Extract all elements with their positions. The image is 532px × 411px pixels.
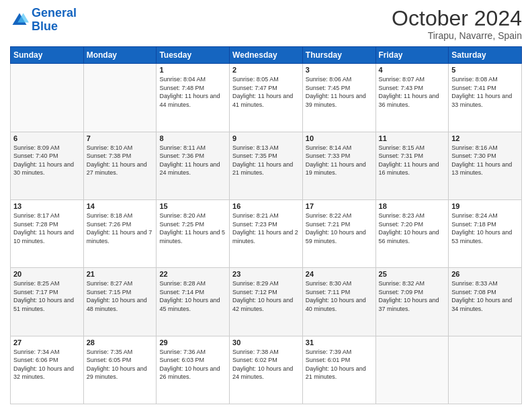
day-number: 16 [232, 202, 300, 210]
calendar-week-2: 13Sunrise: 8:17 AM Sunset: 7:28 PM Dayli… [11, 199, 522, 267]
calendar-cell: 26Sunrise: 8:33 AM Sunset: 7:08 PM Dayli… [449, 268, 522, 336]
logo-text: General Blue [32, 7, 77, 34]
day-info: Sunrise: 7:36 AM Sunset: 6:03 PM Dayligh… [159, 348, 226, 381]
day-number: 3 [306, 66, 373, 74]
calendar-cell: 6Sunrise: 8:09 AM Sunset: 7:40 PM Daylig… [11, 132, 84, 199]
day-info: Sunrise: 8:20 AM Sunset: 7:25 PM Dayligh… [159, 212, 226, 245]
calendar-cell: 7Sunrise: 8:10 AM Sunset: 7:38 PM Daylig… [83, 132, 157, 199]
calendar-cell: 15Sunrise: 8:20 AM Sunset: 7:25 PM Dayli… [157, 199, 230, 267]
day-info: Sunrise: 8:32 AM Sunset: 7:09 PM Dayligh… [379, 279, 446, 313]
logo-blue: Blue [32, 19, 58, 33]
calendar-cell [11, 64, 84, 132]
calendar-cell: 4Sunrise: 8:07 AM Sunset: 7:43 PM Daylig… [375, 64, 449, 132]
day-info: Sunrise: 8:24 AM Sunset: 7:18 PM Dayligh… [451, 212, 519, 245]
calendar-cell: 9Sunrise: 8:13 AM Sunset: 7:35 PM Daylig… [230, 132, 303, 199]
day-number: 22 [159, 270, 226, 278]
month-title: October 2024 [392, 7, 522, 30]
col-sunday: Sunday [11, 47, 84, 64]
day-info: Sunrise: 8:18 AM Sunset: 7:26 PM Dayligh… [87, 212, 154, 245]
calendar-week-0: 1Sunrise: 8:04 AM Sunset: 7:48 PM Daylig… [11, 64, 522, 132]
calendar-week-4: 27Sunrise: 7:34 AM Sunset: 6:06 PM Dayli… [11, 336, 522, 404]
day-info: Sunrise: 8:05 AM Sunset: 7:47 PM Dayligh… [232, 75, 300, 109]
day-number: 25 [379, 270, 446, 278]
day-number: 30 [232, 338, 300, 347]
day-number: 27 [13, 338, 81, 347]
calendar-cell: 29Sunrise: 7:36 AM Sunset: 6:03 PM Dayli… [157, 336, 230, 404]
calendar-cell: 31Sunrise: 7:39 AM Sunset: 6:01 PM Dayli… [302, 336, 375, 404]
day-number: 4 [379, 66, 446, 74]
day-info: Sunrise: 8:08 AM Sunset: 7:41 PM Dayligh… [451, 75, 519, 109]
day-info: Sunrise: 8:28 AM Sunset: 7:14 PM Dayligh… [159, 279, 226, 313]
day-number: 5 [451, 66, 519, 74]
day-info: Sunrise: 7:34 AM Sunset: 6:06 PM Dayligh… [13, 348, 81, 381]
day-number: 28 [87, 338, 154, 347]
day-info: Sunrise: 8:30 AM Sunset: 7:11 PM Dayligh… [306, 279, 373, 313]
day-number: 31 [306, 338, 373, 347]
logo: General Blue [10, 7, 77, 34]
day-number: 20 [13, 270, 81, 278]
calendar-header-row: Sunday Monday Tuesday Wednesday Thursday… [11, 47, 522, 64]
col-saturday: Saturday [449, 47, 522, 64]
calendar-cell [83, 64, 157, 132]
day-number: 19 [451, 202, 519, 210]
day-number: 17 [306, 202, 373, 210]
day-info: Sunrise: 8:11 AM Sunset: 7:36 PM Dayligh… [159, 144, 226, 177]
col-monday: Monday [83, 47, 157, 64]
calendar-week-1: 6Sunrise: 8:09 AM Sunset: 7:40 PM Daylig… [11, 132, 522, 199]
col-tuesday: Tuesday [157, 47, 230, 64]
calendar-cell: 8Sunrise: 8:11 AM Sunset: 7:36 PM Daylig… [157, 132, 230, 199]
day-info: Sunrise: 8:07 AM Sunset: 7:43 PM Dayligh… [379, 75, 446, 109]
day-number: 14 [87, 202, 154, 210]
day-number: 2 [232, 66, 300, 74]
day-info: Sunrise: 8:06 AM Sunset: 7:45 PM Dayligh… [306, 75, 373, 109]
day-number: 11 [379, 134, 446, 142]
day-info: Sunrise: 8:21 AM Sunset: 7:23 PM Dayligh… [232, 212, 300, 245]
calendar-cell: 25Sunrise: 8:32 AM Sunset: 7:09 PM Dayli… [375, 268, 449, 336]
logo-icon [10, 11, 29, 30]
day-number: 10 [306, 134, 373, 142]
day-number: 23 [232, 270, 300, 278]
page: General Blue October 2024 Tirapu, Navarr… [0, 0, 532, 411]
day-info: Sunrise: 8:29 AM Sunset: 7:12 PM Dayligh… [232, 279, 300, 313]
day-info: Sunrise: 7:38 AM Sunset: 6:02 PM Dayligh… [232, 348, 300, 381]
calendar-cell: 13Sunrise: 8:17 AM Sunset: 7:28 PM Dayli… [11, 199, 84, 267]
calendar-cell: 20Sunrise: 8:25 AM Sunset: 7:17 PM Dayli… [11, 268, 84, 336]
day-info: Sunrise: 8:13 AM Sunset: 7:35 PM Dayligh… [232, 144, 300, 177]
day-number: 8 [159, 134, 226, 142]
calendar-cell: 3Sunrise: 8:06 AM Sunset: 7:45 PM Daylig… [302, 64, 375, 132]
header: General Blue October 2024 Tirapu, Navarr… [10, 7, 522, 41]
calendar-cell: 23Sunrise: 8:29 AM Sunset: 7:12 PM Dayli… [230, 268, 303, 336]
calendar-week-3: 20Sunrise: 8:25 AM Sunset: 7:17 PM Dayli… [11, 268, 522, 336]
day-info: Sunrise: 8:25 AM Sunset: 7:17 PM Dayligh… [13, 279, 81, 313]
calendar-cell [375, 336, 449, 404]
calendar-cell: 24Sunrise: 8:30 AM Sunset: 7:11 PM Dayli… [302, 268, 375, 336]
day-number: 24 [306, 270, 373, 278]
calendar-cell: 5Sunrise: 8:08 AM Sunset: 7:41 PM Daylig… [449, 64, 522, 132]
day-info: Sunrise: 7:35 AM Sunset: 6:05 PM Dayligh… [87, 348, 154, 381]
calendar-cell: 19Sunrise: 8:24 AM Sunset: 7:18 PM Dayli… [449, 199, 522, 267]
calendar-cell: 22Sunrise: 8:28 AM Sunset: 7:14 PM Dayli… [157, 268, 230, 336]
day-info: Sunrise: 7:39 AM Sunset: 6:01 PM Dayligh… [306, 348, 373, 381]
calendar-cell: 2Sunrise: 8:05 AM Sunset: 7:47 PM Daylig… [230, 64, 303, 132]
calendar-table: Sunday Monday Tuesday Wednesday Thursday… [10, 46, 522, 404]
day-info: Sunrise: 8:16 AM Sunset: 7:30 PM Dayligh… [451, 144, 519, 177]
day-info: Sunrise: 8:10 AM Sunset: 7:38 PM Dayligh… [87, 144, 154, 177]
calendar-cell: 21Sunrise: 8:27 AM Sunset: 7:15 PM Dayli… [83, 268, 157, 336]
col-thursday: Thursday [302, 47, 375, 64]
calendar-cell: 30Sunrise: 7:38 AM Sunset: 6:02 PM Dayli… [230, 336, 303, 404]
day-number: 26 [451, 270, 519, 278]
day-info: Sunrise: 8:23 AM Sunset: 7:20 PM Dayligh… [379, 212, 446, 245]
day-number: 9 [232, 134, 300, 142]
day-number: 13 [13, 202, 81, 210]
col-friday: Friday [375, 47, 449, 64]
day-info: Sunrise: 8:33 AM Sunset: 7:08 PM Dayligh… [451, 279, 519, 313]
day-number: 18 [379, 202, 446, 210]
day-number: 29 [159, 338, 226, 347]
day-info: Sunrise: 8:15 AM Sunset: 7:31 PM Dayligh… [379, 144, 446, 177]
day-number: 21 [87, 270, 154, 278]
calendar-cell [449, 336, 522, 404]
day-number: 15 [159, 202, 226, 210]
title-block: October 2024 Tirapu, Navarre, Spain [392, 7, 522, 41]
calendar-cell: 11Sunrise: 8:15 AM Sunset: 7:31 PM Dayli… [375, 132, 449, 199]
day-number: 12 [451, 134, 519, 142]
